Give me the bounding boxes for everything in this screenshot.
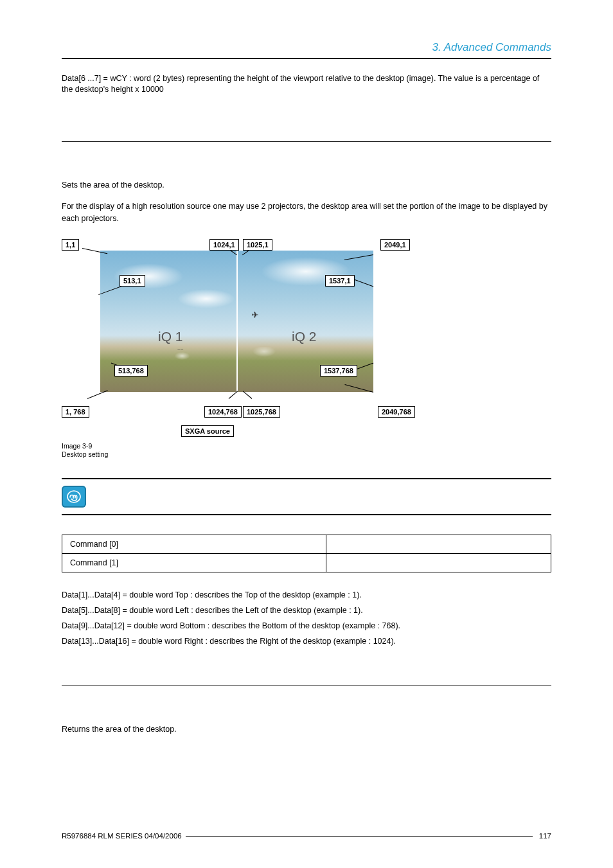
- footer-rule: [186, 836, 533, 837]
- footer-left: R5976884 RLM SERIES 04/04/2006: [62, 832, 182, 840]
- figure-desktop-setting: ✈ ~~ iQ 1 iQ 2 1,1 1024,1 1025,1 2049,1: [62, 239, 415, 459]
- data-line-2: Data[5]...Data[8] = double word Left : d…: [62, 606, 551, 615]
- coord-ml: 513,1: [120, 275, 145, 287]
- cmd1-value: [326, 553, 551, 572]
- section1-line1: Sets the area of the desktop.: [62, 179, 551, 191]
- label-iq2: iQ 2: [292, 329, 317, 344]
- coord-tm-r: 1025,1: [243, 239, 272, 251]
- figure-caption-a: Image 3-9: [62, 442, 415, 450]
- coord-bl: 1, 768: [62, 406, 89, 418]
- figure-caption-b: Desktop setting: [62, 450, 415, 459]
- footer-page: 117: [539, 832, 551, 840]
- command-table: Command [0] Command [1]: [62, 535, 551, 572]
- coord-br: 2049,768: [378, 406, 415, 418]
- coord-tl: 1,1: [62, 239, 79, 251]
- section1-line2: For the display of a high resolution sou…: [62, 200, 551, 225]
- table-row: Command [1]: [62, 553, 551, 572]
- coord-bm-r: 1025,768: [243, 406, 280, 418]
- section2-line1: Returns the area of the desktop.: [62, 723, 551, 736]
- data-line-1: Data[1]...Data[4] = double word Top : de…: [62, 590, 551, 599]
- cmd0-label: Command [0]: [62, 535, 326, 553]
- coord-bm-l: 1024,768: [204, 406, 242, 418]
- cmd1-label: Command [1]: [62, 553, 326, 572]
- note-block: [62, 478, 551, 515]
- figure-divider: [236, 251, 238, 392]
- data-lines: Data[1]...Data[4] = double word Top : de…: [62, 590, 551, 646]
- data-line-3: Data[9]...Data[12] = double word Bottom …: [62, 621, 551, 630]
- page-footer: R5976884 RLM SERIES 04/04/2006 117: [62, 832, 551, 840]
- data-line-4: Data[13]...Data[16] = double word Right …: [62, 637, 551, 646]
- header-rule: [62, 58, 551, 59]
- coord-mlb: 513,768: [114, 365, 148, 376]
- chapter-title: 3. Advanced Commands: [62, 41, 551, 58]
- coord-tr: 2049,1: [380, 239, 410, 251]
- coord-tm-l: 1024,1: [209, 239, 239, 251]
- coord-mrb: 1537,768: [320, 365, 357, 376]
- coord-source: SXGA source: [181, 425, 234, 437]
- label-iq1: iQ 1: [158, 329, 183, 344]
- coord-mr: 1537,1: [325, 275, 355, 287]
- intro-paragraph: Data[6 ...7] = wCY : word (2 bytes) repr…: [62, 73, 551, 95]
- table-row: Command [0]: [62, 535, 551, 553]
- pointer-icon: [62, 486, 86, 508]
- cmd0-value: [326, 535, 551, 553]
